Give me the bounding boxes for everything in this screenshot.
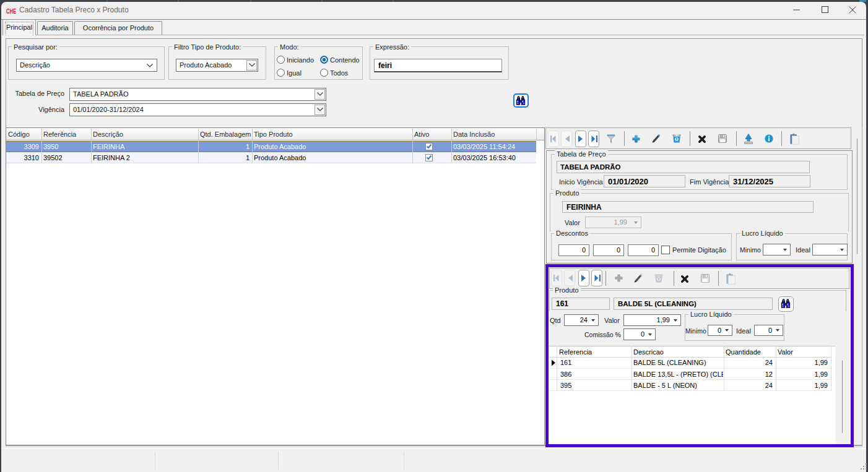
svg-text:CHE: CHE [6, 7, 16, 15]
